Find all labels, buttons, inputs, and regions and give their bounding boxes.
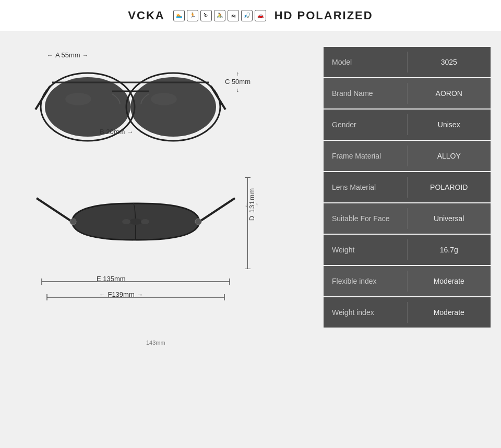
dim-c-label: C 50mm <box>225 78 250 86</box>
drive-icon: 🚗 <box>255 10 266 21</box>
dim-b-container: ← B 20mm → <box>91 128 133 136</box>
spec-label: Model <box>324 52 408 72</box>
dim-e-label: E 135mm <box>97 275 126 283</box>
dim-c-container: ↑ C 50mm ↓ <box>225 70 250 93</box>
dim-f-label: F139mm <box>108 290 134 298</box>
svg-point-8 <box>65 93 91 105</box>
dim-extra-container: 143mm <box>146 337 165 347</box>
specs-table: Model3025Brand NameAORONGenderUnisexFram… <box>324 47 491 329</box>
header: VCKA 🏊 🏃 ⛷ 🚴 🏍 🎣 🚗 HD POLARIZED <box>0 0 501 31</box>
spec-value: Moderate <box>408 271 491 292</box>
svg-line-11 <box>199 198 235 222</box>
spec-row: Flexible indexModerate <box>324 266 491 296</box>
spec-row: Model3025 <box>324 47 491 77</box>
sunglasses-front-svg <box>31 63 230 153</box>
spec-label: Frame Material <box>324 146 408 166</box>
spec-value: ALLOY <box>408 146 491 166</box>
dim-b-label: B 20mm <box>100 128 125 136</box>
swim-icon: 🏊 <box>173 10 185 21</box>
svg-point-13 <box>70 219 76 225</box>
run-icon: 🏃 <box>187 10 198 21</box>
spec-value: Universal <box>408 208 491 229</box>
spec-label: Weight <box>324 239 408 260</box>
bottom-diagram: E 135mm ← F139mm → ↑ D 131mm ↓ 143mm <box>10 172 261 349</box>
svg-point-14 <box>195 219 201 225</box>
spec-row: GenderUnisex <box>324 110 491 140</box>
dim-a-label: A 55mm <box>55 51 80 59</box>
ski-icon: ⛷ <box>200 10 212 21</box>
dim-e-container: E 135mm <box>97 274 126 283</box>
spec-label: Suitable For Face <box>324 208 408 229</box>
dim-d-bottom-tick <box>245 269 250 269</box>
svg-line-10 <box>37 198 72 222</box>
spec-row: Lens MaterialPOLAROID <box>324 172 491 202</box>
hd-polarized-label: HD POLARIZED <box>275 9 373 22</box>
activity-icons: 🏊 🏃 ⛷ 🚴 🏍 🎣 🚗 <box>173 10 266 21</box>
main-content: ← A 55mm → <box>0 31 501 448</box>
dim-extra-label: 143mm <box>146 340 165 346</box>
sunglasses-top-svg <box>31 172 240 331</box>
spec-label: Weight index <box>324 302 408 323</box>
dim-d-container: ↑ D 131mm ↓ <box>245 188 258 221</box>
svg-point-9 <box>151 93 177 105</box>
bike-icon: 🚴 <box>214 10 225 21</box>
spec-label: Gender <box>324 114 408 135</box>
spec-row: Frame MaterialALLOY <box>324 141 491 171</box>
spec-value: Moderate <box>408 302 491 323</box>
spec-value: 16.7g <box>408 239 491 260</box>
dim-a-container: ← A 55mm → <box>47 51 89 59</box>
spec-row: Weight indexModerate <box>324 297 491 328</box>
dim-d-label: D 131mm <box>248 188 256 221</box>
brand-name: VCKA <box>128 9 164 22</box>
top-diagram: ← A 55mm → <box>10 47 261 162</box>
spec-label: Flexible index <box>324 271 408 292</box>
fish-icon: 🎣 <box>241 10 253 21</box>
spec-value: AORON <box>408 83 491 104</box>
spec-row: Weight16.7g <box>324 235 491 265</box>
dim-f-container: ← F139mm → <box>99 289 143 299</box>
dim-d-top-tick <box>245 177 250 178</box>
spec-row: Suitable For FaceUniversal <box>324 203 491 234</box>
dim-d-line <box>247 177 248 269</box>
spec-label: Lens Material <box>324 177 408 198</box>
spec-label: Brand Name <box>324 83 408 104</box>
svg-point-12 <box>129 219 142 225</box>
spec-value: 3025 <box>408 52 491 72</box>
svg-point-16 <box>141 219 149 224</box>
svg-point-5 <box>130 77 216 137</box>
spec-value: Unisex <box>408 114 491 135</box>
moto-icon: 🏍 <box>228 10 239 21</box>
svg-point-15 <box>122 219 130 224</box>
spec-row: Brand NameAORON <box>324 78 491 108</box>
spec-value: POLAROID <box>408 177 491 198</box>
diagram-section: ← A 55mm → <box>10 47 308 349</box>
